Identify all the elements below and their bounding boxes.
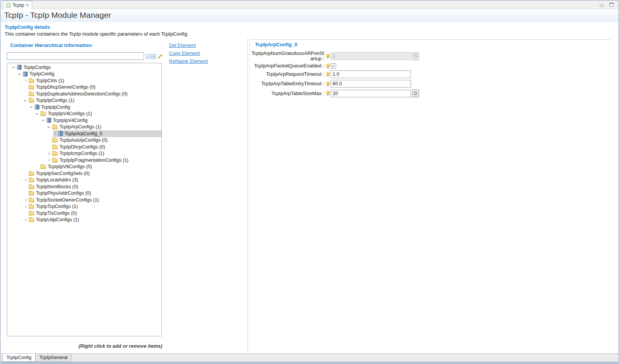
folder-icon bbox=[29, 92, 34, 96]
chevron-right-icon[interactable] bbox=[23, 78, 28, 83]
tree-row[interactable]: TcpIpConfigs bbox=[7, 64, 161, 71]
tree-row[interactable]: TcpIpConfig bbox=[7, 71, 161, 78]
tree-node-label: TcpIpLocalAddrs (3) bbox=[36, 177, 78, 183]
tcpip-editor-window: TcpIp × TcpIp - TcpIp Module Manager Tcp… bbox=[0, 0, 619, 364]
tree-heading: Container Hierarchical information: bbox=[10, 42, 93, 48]
parameter-label: TcpIpArpTableSizeMax : bbox=[251, 91, 324, 96]
page-title: TcpIp - TcpIp Module Manager bbox=[4, 11, 111, 20]
tree-row[interactable]: TcpIpIpConfig bbox=[7, 104, 161, 111]
tree-node-label: TcpIpNvmBlocks (0) bbox=[36, 184, 78, 189]
folder-icon bbox=[52, 139, 58, 142]
bottom-tab-strip: TcpIpConfig TcpIpGeneral bbox=[1, 353, 618, 362]
copy-element-link[interactable]: Copy Element bbox=[169, 50, 208, 56]
parameter-checkbox[interactable] bbox=[331, 63, 336, 69]
chevron-down-icon[interactable] bbox=[35, 112, 39, 116]
chevron-right-icon[interactable] bbox=[23, 218, 28, 222]
tree-row[interactable]: TcpIpIpFragmentationConfigs (1) bbox=[7, 157, 161, 164]
tree-row[interactable]: TcpIpCtrls (1) bbox=[7, 77, 161, 84]
tab-tcpipgeneral[interactable]: TcpIpGeneral bbox=[35, 354, 72, 362]
tab-tcpipconfig[interactable]: TcpIpConfig bbox=[2, 354, 36, 362]
tree-node-label: TcpIpAutoIpConfigs (0) bbox=[59, 137, 108, 143]
tree-node-label: TcpIpArpConfigs (1) bbox=[59, 124, 101, 130]
folder-icon bbox=[52, 152, 58, 156]
default-value-button[interactable]: D bbox=[412, 89, 419, 97]
tree-row[interactable]: TcpIpIpV4Config bbox=[7, 117, 161, 124]
chevron-right-icon[interactable] bbox=[47, 152, 51, 156]
chevron-right-icon[interactable] bbox=[53, 131, 57, 136]
chevron-down-icon[interactable] bbox=[47, 125, 51, 129]
tree-row[interactable]: TcpIpArpConfig_0 bbox=[7, 130, 161, 137]
rename-element-link[interactable]: ReName Element bbox=[169, 58, 208, 64]
minimize-icon[interactable] bbox=[600, 5, 604, 6]
close-icon[interactable]: × bbox=[26, 3, 29, 8]
chevron-placeholder bbox=[23, 171, 28, 175]
tree-row[interactable]: TcpIpPhysAddrConfigs (0) bbox=[7, 190, 161, 197]
tab-tcpip[interactable]: TcpIp × bbox=[3, 1, 32, 9]
parameter-input[interactable] bbox=[331, 90, 411, 97]
parameter-label: TcpIpArpTableEntryTimeout : bbox=[251, 81, 324, 86]
tree-row[interactable]: TcpIpDuplicateAddressDetectionConfigs (0… bbox=[7, 91, 161, 97]
parameter-input[interactable] bbox=[331, 80, 411, 87]
chevron-right-icon[interactable] bbox=[23, 178, 28, 182]
intro-section: TcpIpConfig details This container conta… bbox=[1, 22, 618, 38]
link-with-editor-icon[interactable] bbox=[158, 54, 163, 59]
tree-row[interactable]: TcpIpIpSecConfigSets (0) bbox=[7, 170, 161, 177]
tree-node-label: TcpIpTcpConfigs (1) bbox=[36, 204, 78, 209]
tree-node-label: TcpIpArpConfig_0 bbox=[65, 131, 102, 136]
parameter-row: TcpIpArpTableEntryTimeout : bbox=[251, 80, 611, 87]
tree-row[interactable]: TcpIpDhcpConfigs (0) bbox=[7, 144, 161, 150]
param-bulb-icon bbox=[326, 91, 330, 96]
tree-row[interactable]: TcpIpIpV6Configs (0) bbox=[7, 164, 161, 170]
chevron-right-icon[interactable] bbox=[47, 158, 51, 162]
tree-row[interactable]: TcpIpLocalAddrs (3) bbox=[7, 177, 161, 184]
tree-row[interactable]: TcpIpUdpConfigs (1) bbox=[7, 217, 161, 223]
panel-divider bbox=[247, 38, 248, 353]
del-element-link[interactable]: Del Element bbox=[169, 42, 208, 48]
tree-row[interactable]: TcpIpTcpConfigs (1) bbox=[7, 203, 161, 210]
chevron-right-icon[interactable] bbox=[23, 205, 28, 209]
expand-all-icon[interactable]: + bbox=[152, 54, 156, 59]
tree-filter-input[interactable] bbox=[7, 52, 144, 60]
tree-node-label: TcpIpIpV6Configs (0) bbox=[48, 164, 92, 169]
main-content: Container Hierarchical information: − + … bbox=[1, 38, 618, 353]
chevron-placeholder bbox=[23, 211, 28, 215]
tree-node-label: TcpIpUdpConfigs (1) bbox=[36, 217, 79, 222]
tree-node-label: TcpIpIpV4Config bbox=[53, 118, 88, 123]
default-value-button[interactable]: D bbox=[412, 52, 419, 60]
tree-row[interactable]: TcpIpTlsConfigs (0) bbox=[7, 210, 161, 217]
chevron-down-icon[interactable] bbox=[41, 118, 45, 122]
chevron-down-icon[interactable] bbox=[30, 105, 34, 109]
tree-row[interactable]: TcpIpIpV4Configs (1) bbox=[7, 111, 161, 117]
collapse-all-icon[interactable]: − bbox=[146, 54, 151, 59]
chevron-placeholder bbox=[23, 92, 28, 96]
folder-icon bbox=[29, 185, 34, 189]
chevron-down-icon[interactable] bbox=[18, 72, 22, 76]
tree-row[interactable]: TcpIpNvmBlocks (0) bbox=[7, 183, 161, 190]
tree-row[interactable]: TcpIpArpConfigs (1) bbox=[7, 124, 161, 131]
parameter-input[interactable] bbox=[331, 70, 411, 78]
maximize-icon[interactable] bbox=[610, 3, 614, 7]
tree-node-label: TcpIpConfig bbox=[30, 71, 55, 77]
tree-row[interactable]: TcpIpIcmpConfigs (1) bbox=[7, 150, 161, 157]
tree-node-label: TcpIpConfigs bbox=[23, 65, 51, 70]
chevron-placeholder bbox=[47, 138, 51, 142]
form-header-band: TcpIp - TcpIp Module Manager bbox=[1, 9, 618, 22]
editor-tab-strip: TcpIp × bbox=[1, 1, 618, 9]
parameter-row: TcpIpArpPacketQueueEnabled : bbox=[251, 63, 611, 69]
tree-row[interactable]: TcpIpDhcpServerConfigs (0) bbox=[7, 84, 161, 91]
tree-node-label: TcpIpIpV4Configs (1) bbox=[48, 111, 92, 116]
tree-row[interactable]: TcpIpAutoIpConfigs (0) bbox=[7, 137, 161, 144]
container-icon bbox=[47, 118, 51, 123]
chevron-down-icon[interactable] bbox=[23, 98, 28, 103]
tree-node-label: TcpIpIpConfigs (1) bbox=[36, 98, 74, 103]
tree-row[interactable]: TcpIpIpConfigs (1) bbox=[7, 97, 161, 104]
chevron-placeholder bbox=[23, 191, 28, 195]
tree-row[interactable]: TcpIpSocketOwnerConfigs (1) bbox=[7, 197, 161, 203]
chevron-right-icon[interactable] bbox=[23, 198, 28, 202]
folder-icon bbox=[29, 79, 34, 83]
folder-icon bbox=[52, 145, 58, 149]
editor-doc-icon bbox=[6, 3, 11, 8]
chevron-down-icon[interactable] bbox=[12, 65, 16, 69]
folder-icon bbox=[41, 112, 46, 116]
tree-node-label: TcpIpDhcpConfigs (0) bbox=[59, 144, 105, 150]
